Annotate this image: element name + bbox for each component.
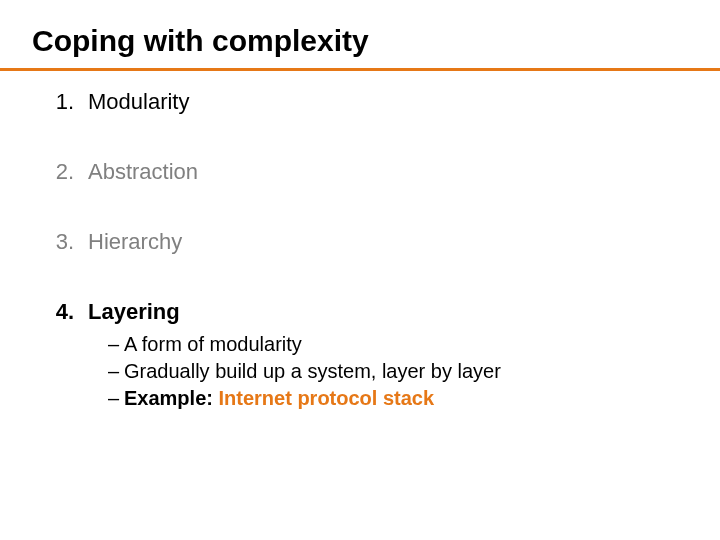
list-item: 4. Layering – A form of modularity – Gra… [42, 299, 696, 412]
list-item: 2. Abstraction [42, 159, 696, 185]
sub-prefix: Example: [124, 387, 218, 409]
sub-text: Example: Internet protocol stack [124, 385, 434, 412]
list-item: 1. Modularity [42, 89, 696, 115]
dash-icon: – [108, 331, 124, 358]
slide: Coping with complexity 1. Modularity 2. … [0, 0, 720, 540]
slide-title: Coping with complexity [24, 18, 696, 68]
dash-icon: – [108, 358, 124, 385]
item-label: Modularity [88, 89, 189, 115]
list-item: 3. Hierarchy [42, 229, 696, 255]
item-number: 2. [42, 159, 74, 185]
item-label: Hierarchy [88, 229, 182, 255]
sub-item: – A form of modularity [108, 331, 696, 358]
item-number: 3. [42, 229, 74, 255]
sub-item: – Gradually build up a system, layer by … [108, 358, 696, 385]
sub-accent: Internet protocol stack [218, 387, 434, 409]
sub-item: – Example: Internet protocol stack [108, 385, 696, 412]
dash-icon: – [108, 385, 124, 412]
item-number: 4. [42, 299, 74, 325]
divider [0, 68, 720, 71]
main-list: 1. Modularity 2. Abstraction 3. Hierarch… [24, 89, 696, 412]
item-number: 1. [42, 89, 74, 115]
item-label: Abstraction [88, 159, 198, 185]
sub-text: Gradually build up a system, layer by la… [124, 358, 501, 385]
sub-text: A form of modularity [124, 331, 302, 358]
sub-list: – A form of modularity – Gradually build… [42, 331, 696, 412]
item-label: Layering [88, 299, 180, 325]
